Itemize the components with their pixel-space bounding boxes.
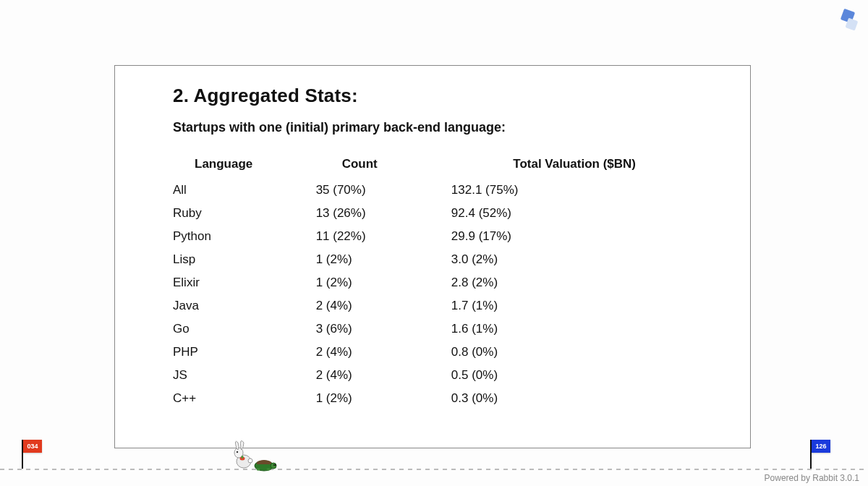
table-row: Elixir 1 (2%) 2.8 (2%) xyxy=(173,271,636,294)
cell-count: 1 (2%) xyxy=(316,248,451,271)
cell-valuation: 3.0 (2%) xyxy=(451,248,636,271)
cell-valuation: 2.8 (2%) xyxy=(451,271,636,294)
cell-count: 2 (4%) xyxy=(316,294,451,317)
cell-valuation: 0.5 (0%) xyxy=(451,364,636,387)
progress-track xyxy=(0,469,868,470)
cell-language: Lisp xyxy=(173,248,316,271)
table-row: Go 3 (6%) 1.6 (1%) xyxy=(173,317,636,341)
cell-count: 11 (22%) xyxy=(316,225,451,248)
cell-valuation: 1.7 (1%) xyxy=(451,294,636,317)
table-row: Python 11 (22%) 29.9 (17%) xyxy=(173,225,636,248)
slide-subtitle: Startups with one (initial) primary back… xyxy=(173,120,711,135)
svg-point-4 xyxy=(237,451,238,453)
cell-language: Java xyxy=(173,294,316,317)
cell-language: Go xyxy=(173,317,316,341)
table-row: Ruby 13 (26%) 92.4 (52%) xyxy=(173,202,636,225)
slide-title: 2. Aggregated Stats: xyxy=(173,85,711,107)
start-flag: 034 xyxy=(22,440,43,469)
svg-point-7 xyxy=(242,456,244,459)
table-row: All 35 (70%) 132.1 (75%) xyxy=(173,179,636,202)
cell-count: 35 (70%) xyxy=(316,179,451,202)
table-header-row: Language Count Total Valuation ($BN) xyxy=(173,154,636,179)
end-flag: 126 xyxy=(810,440,832,469)
table-row: Java 2 (4%) 1.7 (1%) xyxy=(173,294,636,317)
col-header-valuation: Total Valuation ($BN) xyxy=(451,154,636,179)
cell-language: Elixir xyxy=(173,271,316,294)
table-row: PHP 2 (4%) 0.8 (0%) xyxy=(173,341,636,364)
cell-valuation: 132.1 (75%) xyxy=(451,179,636,202)
cell-valuation: 29.9 (17%) xyxy=(451,225,636,248)
current-slide-badge: 034 xyxy=(23,440,42,453)
cell-count: 3 (6%) xyxy=(316,317,451,341)
cell-valuation: 0.3 (0%) xyxy=(451,387,636,410)
cell-language: JS xyxy=(173,364,316,387)
cell-count: 1 (2%) xyxy=(316,271,451,294)
rabbit-turtle-icon xyxy=(228,435,286,472)
col-header-count: Count xyxy=(316,154,451,179)
svg-point-13 xyxy=(267,468,271,471)
cell-count: 2 (4%) xyxy=(316,341,451,364)
cell-valuation: 92.4 (52%) xyxy=(451,202,636,225)
corner-logo-icon xyxy=(832,4,864,36)
slide-card: 2. Aggregated Stats: Startups with one (… xyxy=(114,65,751,448)
cell-language: C++ xyxy=(173,387,316,410)
table-row: Lisp 1 (2%) 3.0 (2%) xyxy=(173,248,636,271)
table-row: C++ 1 (2%) 0.3 (0%) xyxy=(173,387,636,410)
svg-point-9 xyxy=(271,463,276,469)
svg-point-11 xyxy=(275,464,276,466)
svg-point-12 xyxy=(257,468,260,471)
col-header-language: Language xyxy=(173,154,316,179)
total-slides-badge: 126 xyxy=(812,440,830,453)
powered-by-label: Powered by Rabbit 3.0.1 xyxy=(765,473,859,483)
cell-count: 13 (26%) xyxy=(316,202,451,225)
cell-language: PHP xyxy=(173,341,316,364)
cell-language: All xyxy=(173,179,316,202)
cell-count: 2 (4%) xyxy=(316,364,451,387)
cell-valuation: 0.8 (0%) xyxy=(451,341,636,364)
table-row: JS 2 (4%) 0.5 (0%) xyxy=(173,364,636,387)
stats-table: Language Count Total Valuation ($BN) All… xyxy=(173,154,636,410)
svg-point-5 xyxy=(248,459,252,463)
cell-language: Ruby xyxy=(173,202,316,225)
cell-valuation: 1.6 (1%) xyxy=(451,317,636,341)
cell-count: 1 (2%) xyxy=(316,387,451,410)
svg-point-10 xyxy=(273,464,275,466)
cell-language: Python xyxy=(173,225,316,248)
